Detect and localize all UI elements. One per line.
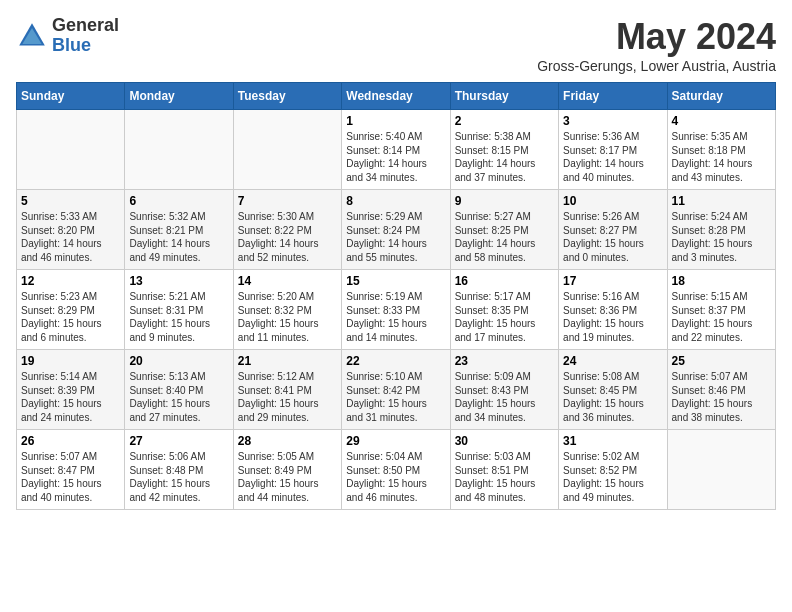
day-number: 12 xyxy=(21,274,120,288)
day-info: Sunrise: 5:13 AM Sunset: 8:40 PM Dayligh… xyxy=(129,370,228,424)
calendar-cell: 23Sunrise: 5:09 AM Sunset: 8:43 PM Dayli… xyxy=(450,350,558,430)
calendar-cell: 10Sunrise: 5:26 AM Sunset: 8:27 PM Dayli… xyxy=(559,190,667,270)
day-info: Sunrise: 5:23 AM Sunset: 8:29 PM Dayligh… xyxy=(21,290,120,344)
calendar-cell: 2Sunrise: 5:38 AM Sunset: 8:15 PM Daylig… xyxy=(450,110,558,190)
day-info: Sunrise: 5:17 AM Sunset: 8:35 PM Dayligh… xyxy=(455,290,554,344)
day-number: 14 xyxy=(238,274,337,288)
day-info: Sunrise: 5:06 AM Sunset: 8:48 PM Dayligh… xyxy=(129,450,228,504)
day-info: Sunrise: 5:03 AM Sunset: 8:51 PM Dayligh… xyxy=(455,450,554,504)
day-number: 15 xyxy=(346,274,445,288)
calendar-cell: 25Sunrise: 5:07 AM Sunset: 8:46 PM Dayli… xyxy=(667,350,775,430)
day-number: 26 xyxy=(21,434,120,448)
calendar-week-row: 26Sunrise: 5:07 AM Sunset: 8:47 PM Dayli… xyxy=(17,430,776,510)
calendar-cell: 9Sunrise: 5:27 AM Sunset: 8:25 PM Daylig… xyxy=(450,190,558,270)
day-info: Sunrise: 5:07 AM Sunset: 8:47 PM Dayligh… xyxy=(21,450,120,504)
calendar-cell: 26Sunrise: 5:07 AM Sunset: 8:47 PM Dayli… xyxy=(17,430,125,510)
day-number: 6 xyxy=(129,194,228,208)
page-header: General Blue May 2024 Gross-Gerungs, Low… xyxy=(16,16,776,74)
day-number: 2 xyxy=(455,114,554,128)
day-number: 21 xyxy=(238,354,337,368)
month-title: May 2024 xyxy=(537,16,776,58)
day-number: 7 xyxy=(238,194,337,208)
calendar-table: SundayMondayTuesdayWednesdayThursdayFrid… xyxy=(16,82,776,510)
day-number: 24 xyxy=(563,354,662,368)
title-area: May 2024 Gross-Gerungs, Lower Austria, A… xyxy=(537,16,776,74)
column-header-wednesday: Wednesday xyxy=(342,83,450,110)
day-info: Sunrise: 5:35 AM Sunset: 8:18 PM Dayligh… xyxy=(672,130,771,184)
column-header-thursday: Thursday xyxy=(450,83,558,110)
calendar-cell: 4Sunrise: 5:35 AM Sunset: 8:18 PM Daylig… xyxy=(667,110,775,190)
calendar-cell: 11Sunrise: 5:24 AM Sunset: 8:28 PM Dayli… xyxy=(667,190,775,270)
calendar-cell: 16Sunrise: 5:17 AM Sunset: 8:35 PM Dayli… xyxy=(450,270,558,350)
day-number: 31 xyxy=(563,434,662,448)
day-number: 11 xyxy=(672,194,771,208)
calendar-week-row: 12Sunrise: 5:23 AM Sunset: 8:29 PM Dayli… xyxy=(17,270,776,350)
day-number: 10 xyxy=(563,194,662,208)
calendar-cell: 19Sunrise: 5:14 AM Sunset: 8:39 PM Dayli… xyxy=(17,350,125,430)
calendar-week-row: 5Sunrise: 5:33 AM Sunset: 8:20 PM Daylig… xyxy=(17,190,776,270)
day-info: Sunrise: 5:24 AM Sunset: 8:28 PM Dayligh… xyxy=(672,210,771,264)
day-info: Sunrise: 5:08 AM Sunset: 8:45 PM Dayligh… xyxy=(563,370,662,424)
day-number: 13 xyxy=(129,274,228,288)
day-info: Sunrise: 5:36 AM Sunset: 8:17 PM Dayligh… xyxy=(563,130,662,184)
day-number: 5 xyxy=(21,194,120,208)
day-info: Sunrise: 5:30 AM Sunset: 8:22 PM Dayligh… xyxy=(238,210,337,264)
day-number: 3 xyxy=(563,114,662,128)
calendar-cell: 29Sunrise: 5:04 AM Sunset: 8:50 PM Dayli… xyxy=(342,430,450,510)
day-number: 16 xyxy=(455,274,554,288)
day-info: Sunrise: 5:10 AM Sunset: 8:42 PM Dayligh… xyxy=(346,370,445,424)
calendar-cell: 14Sunrise: 5:20 AM Sunset: 8:32 PM Dayli… xyxy=(233,270,341,350)
calendar-cell: 22Sunrise: 5:10 AM Sunset: 8:42 PM Dayli… xyxy=(342,350,450,430)
calendar-cell: 30Sunrise: 5:03 AM Sunset: 8:51 PM Dayli… xyxy=(450,430,558,510)
day-number: 20 xyxy=(129,354,228,368)
day-number: 18 xyxy=(672,274,771,288)
calendar-cell: 12Sunrise: 5:23 AM Sunset: 8:29 PM Dayli… xyxy=(17,270,125,350)
calendar-cell: 21Sunrise: 5:12 AM Sunset: 8:41 PM Dayli… xyxy=(233,350,341,430)
day-info: Sunrise: 5:09 AM Sunset: 8:43 PM Dayligh… xyxy=(455,370,554,424)
day-info: Sunrise: 5:15 AM Sunset: 8:37 PM Dayligh… xyxy=(672,290,771,344)
calendar-cell: 3Sunrise: 5:36 AM Sunset: 8:17 PM Daylig… xyxy=(559,110,667,190)
calendar-cell xyxy=(17,110,125,190)
calendar-cell: 15Sunrise: 5:19 AM Sunset: 8:33 PM Dayli… xyxy=(342,270,450,350)
day-info: Sunrise: 5:02 AM Sunset: 8:52 PM Dayligh… xyxy=(563,450,662,504)
logo: General Blue xyxy=(16,16,119,56)
day-number: 19 xyxy=(21,354,120,368)
calendar-cell: 31Sunrise: 5:02 AM Sunset: 8:52 PM Dayli… xyxy=(559,430,667,510)
calendar-cell: 13Sunrise: 5:21 AM Sunset: 8:31 PM Dayli… xyxy=(125,270,233,350)
day-number: 27 xyxy=(129,434,228,448)
day-number: 1 xyxy=(346,114,445,128)
day-info: Sunrise: 5:26 AM Sunset: 8:27 PM Dayligh… xyxy=(563,210,662,264)
day-info: Sunrise: 5:27 AM Sunset: 8:25 PM Dayligh… xyxy=(455,210,554,264)
column-header-tuesday: Tuesday xyxy=(233,83,341,110)
calendar-cell: 18Sunrise: 5:15 AM Sunset: 8:37 PM Dayli… xyxy=(667,270,775,350)
calendar-cell: 5Sunrise: 5:33 AM Sunset: 8:20 PM Daylig… xyxy=(17,190,125,270)
column-header-sunday: Sunday xyxy=(17,83,125,110)
logo-icon xyxy=(16,20,48,52)
day-info: Sunrise: 5:40 AM Sunset: 8:14 PM Dayligh… xyxy=(346,130,445,184)
calendar-header-row: SundayMondayTuesdayWednesdayThursdayFrid… xyxy=(17,83,776,110)
day-number: 23 xyxy=(455,354,554,368)
day-info: Sunrise: 5:14 AM Sunset: 8:39 PM Dayligh… xyxy=(21,370,120,424)
day-number: 25 xyxy=(672,354,771,368)
day-info: Sunrise: 5:16 AM Sunset: 8:36 PM Dayligh… xyxy=(563,290,662,344)
calendar-cell xyxy=(125,110,233,190)
day-info: Sunrise: 5:04 AM Sunset: 8:50 PM Dayligh… xyxy=(346,450,445,504)
calendar-cell: 8Sunrise: 5:29 AM Sunset: 8:24 PM Daylig… xyxy=(342,190,450,270)
calendar-cell: 1Sunrise: 5:40 AM Sunset: 8:14 PM Daylig… xyxy=(342,110,450,190)
logo-text: General Blue xyxy=(52,16,119,56)
calendar-cell xyxy=(233,110,341,190)
calendar-cell: 27Sunrise: 5:06 AM Sunset: 8:48 PM Dayli… xyxy=(125,430,233,510)
day-number: 8 xyxy=(346,194,445,208)
calendar-week-row: 1Sunrise: 5:40 AM Sunset: 8:14 PM Daylig… xyxy=(17,110,776,190)
day-info: Sunrise: 5:20 AM Sunset: 8:32 PM Dayligh… xyxy=(238,290,337,344)
calendar-week-row: 19Sunrise: 5:14 AM Sunset: 8:39 PM Dayli… xyxy=(17,350,776,430)
day-info: Sunrise: 5:33 AM Sunset: 8:20 PM Dayligh… xyxy=(21,210,120,264)
column-header-friday: Friday xyxy=(559,83,667,110)
location-subtitle: Gross-Gerungs, Lower Austria, Austria xyxy=(537,58,776,74)
column-header-monday: Monday xyxy=(125,83,233,110)
calendar-cell: 6Sunrise: 5:32 AM Sunset: 8:21 PM Daylig… xyxy=(125,190,233,270)
calendar-cell: 28Sunrise: 5:05 AM Sunset: 8:49 PM Dayli… xyxy=(233,430,341,510)
day-number: 22 xyxy=(346,354,445,368)
day-number: 4 xyxy=(672,114,771,128)
calendar-cell xyxy=(667,430,775,510)
